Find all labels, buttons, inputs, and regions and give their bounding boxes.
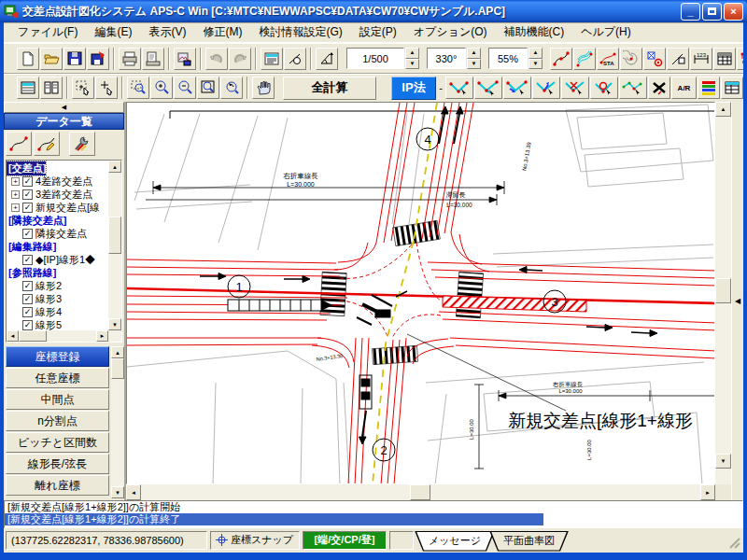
menu-aux-functions[interactable]: 補助機能(C) (496, 22, 573, 42)
coord-ndivision-button[interactable]: n分割点 (6, 411, 109, 431)
zoom-extents-button[interactable] (197, 77, 219, 99)
scroll-up-button[interactable]: ▲ (111, 346, 124, 358)
tree-item-alignment5[interactable]: ✓線形5 (7, 318, 108, 330)
checkbox-checked-icon[interactable]: ✓ (22, 176, 33, 187)
scroll-left-button[interactable]: ◄ (7, 330, 19, 342)
coord-pitch-button[interactable]: ピッチと区間数 (6, 432, 109, 453)
tree-vertical-scrollbar[interactable]: ▲ ▼ (108, 161, 121, 342)
export-image-button[interactable] (174, 48, 196, 70)
resize-grip[interactable] (728, 537, 741, 550)
line-circle-view-button[interactable] (284, 48, 306, 70)
sidebar-tools-button[interactable] (69, 132, 95, 156)
scroll-thumb[interactable] (410, 484, 430, 500)
calculate-all-button[interactable]: 全計算 (283, 77, 376, 100)
coord-arbitrary-button[interactable]: 任意座標 (6, 368, 109, 388)
snap-indicator[interactable]: 座標スナップ (210, 531, 300, 550)
menu-study-settings[interactable]: 検討情報設定(G) (250, 22, 350, 42)
ip-new-button[interactable] (445, 77, 473, 99)
close-button[interactable]: × (724, 3, 743, 21)
message-line-selected[interactable]: [新規交差点[線形1+線形2]]の計算終了 (5, 513, 543, 525)
scroll-thumb[interactable] (111, 358, 124, 379)
scroll-up-button[interactable]: ▲ (715, 102, 731, 117)
zoom-value[interactable]: 55% (488, 48, 528, 69)
scroll-down-button[interactable]: ▼ (108, 318, 121, 330)
maximize-button[interactable] (702, 3, 722, 21)
zoom-in-button[interactable] (150, 77, 173, 99)
coord-length-chord-button[interactable]: 線形長/弦長 (6, 454, 109, 474)
select-point-button[interactable] (95, 77, 118, 99)
tree-item-alignment3[interactable]: ✓線形3 (7, 292, 108, 305)
scroll-left-button[interactable]: ◄ (126, 484, 141, 500)
ip-modify-button[interactable] (590, 77, 618, 99)
cp-point-button[interactable]: CP (737, 48, 743, 70)
rotation-down-button[interactable]: ▼ (467, 59, 481, 70)
coord-register-header-button[interactable]: 座標登録 (6, 346, 109, 367)
draw-alignment-button[interactable] (6, 132, 32, 156)
tree-group-reference-routes[interactable]: [参照路線] (7, 266, 108, 279)
scale-value[interactable]: 1/500 (346, 48, 404, 69)
pan-button[interactable] (252, 77, 275, 99)
message-line[interactable]: [新規交差点[線形1+線形2]]の計算開始 (5, 501, 742, 513)
ip-insert-button[interactable] (503, 77, 531, 99)
scale-down-button[interactable]: ▼ (405, 59, 419, 70)
edit-alignment-button[interactable] (34, 132, 60, 156)
table-button[interactable] (713, 48, 736, 70)
zoom-out-button[interactable] (174, 77, 196, 99)
point-symbol-button[interactable] (643, 48, 666, 70)
menu-help[interactable]: ヘルプ(H) (572, 22, 640, 42)
menu-edit[interactable]: 編集(E) (86, 22, 140, 42)
tab-messages[interactable]: メッセージ (416, 532, 494, 551)
line-node-button[interactable] (667, 48, 689, 70)
zoom-down-button[interactable]: ▼ (529, 59, 543, 70)
ar-toggle-button[interactable]: A/R (671, 77, 697, 99)
properties-button[interactable] (261, 48, 283, 70)
tree-group-intersections[interactable]: [交差点] (7, 161, 108, 175)
expand-icon[interactable]: + (11, 203, 20, 212)
scroll-up-button[interactable]: ▲ (108, 161, 121, 173)
open-file-button[interactable] (40, 48, 63, 70)
column-view-button[interactable] (40, 77, 63, 99)
scroll-right-button[interactable]: ► (96, 330, 108, 342)
ip-method-button[interactable]: IP法 (391, 77, 436, 100)
checkbox-checked-icon[interactable]: ✓ (22, 320, 33, 330)
checkbox-checked-icon[interactable]: ✓ (22, 229, 33, 239)
zoom-previous-button[interactable] (220, 77, 243, 99)
scroll-thumb[interactable] (108, 217, 121, 254)
minimize-button[interactable]: _ (681, 3, 700, 21)
dimension-button[interactable]: 123 (690, 48, 712, 70)
ip-move-button[interactable] (532, 77, 560, 99)
checkbox-checked-icon[interactable]: ✓ (22, 294, 33, 304)
parallel-curves-button[interactable] (573, 48, 596, 70)
right-panel-collapse-button[interactable]: ◀ (731, 102, 743, 500)
checkbox-checked-icon[interactable]: ✓ (22, 307, 33, 317)
coord-panel-scrollbar[interactable]: ▲ ▼ (111, 346, 124, 498)
print-button[interactable] (119, 48, 141, 70)
delete-element-button[interactable] (648, 77, 670, 99)
scroll-thumb[interactable] (715, 278, 731, 303)
menu-options[interactable]: オプション(O) (405, 22, 496, 42)
tab-plan-curvature[interactable]: 平面曲率図 (490, 532, 568, 551)
menu-file[interactable]: ファイル(F) (9, 22, 86, 42)
menu-view[interactable]: 表示(V) (140, 22, 194, 42)
ip-add-button[interactable] (474, 77, 502, 99)
scroll-thumb[interactable] (19, 330, 47, 342)
expand-icon[interactable]: + (11, 177, 20, 186)
print-preview-button[interactable] (142, 48, 164, 70)
tree-item-alignment2[interactable]: ✓線形2 (7, 279, 108, 292)
menu-modify[interactable]: 修正(M) (194, 22, 250, 42)
coord-offset-button[interactable]: 離れ座標 (6, 475, 109, 496)
coord-midpoint-button[interactable]: 中間点 (6, 389, 109, 410)
undo-button[interactable] (205, 48, 228, 70)
result-table-button[interactable] (721, 77, 743, 99)
zoom-window-button[interactable] (127, 77, 149, 99)
tree-item-alignment4[interactable]: ✓線形4 (7, 305, 108, 318)
ip-batch-button[interactable] (619, 77, 647, 99)
scroll-down-button[interactable]: ▼ (111, 486, 124, 498)
alignment-curve-button[interactable] (550, 48, 572, 70)
spiral-button[interactable] (620, 48, 642, 70)
scale-up-button[interactable]: ▲ (405, 48, 419, 59)
checkbox-checked-icon[interactable]: ✓ (22, 281, 33, 291)
tree-group-adjacent[interactable]: [隣接交差点] (7, 214, 108, 227)
rotation-value[interactable]: 330° (427, 48, 466, 69)
tree-group-edit-route[interactable]: [編集路線] (7, 240, 108, 253)
